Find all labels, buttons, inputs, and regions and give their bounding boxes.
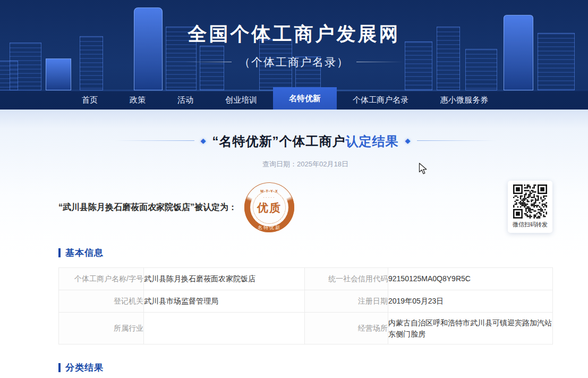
section-classification-title: 分类结果 [65, 362, 104, 374]
cell-value: 92150125MA0Q8Y9R5C [388, 268, 553, 290]
nav-item-activity[interactable]: 活动 [161, 90, 209, 110]
cell-label: 个体工商户名称/字号 [59, 268, 144, 290]
page: 全国个体工商户发展网 （个体工商户名录） 首页 政策 活动 创业培训 名特优新 … [0, 0, 588, 378]
building-graphic [134, 7, 163, 90]
section-basic-info-title: 基本信息 [65, 247, 104, 259]
query-date: 查询日期：2025年02月18日 [58, 159, 552, 169]
cell-value [144, 313, 305, 345]
seal-center-text: 优质 [244, 200, 294, 215]
section-basic-info: 基本信息 [58, 247, 552, 259]
nav-item-voucher[interactable]: 惠小微服务券 [424, 90, 504, 110]
diamond-icon: ◆ [201, 137, 206, 145]
cell-value: 武川县市场监督管理局 [144, 290, 305, 313]
result-title: ◆“名特优新”个体工商户认定结果◆ [58, 110, 552, 150]
subtitle-line-right [356, 62, 403, 62]
nav-item-mtyx[interactable]: 名特优新 [273, 87, 337, 110]
certification-row: “武川县陈月换石磨莜面农家院饭店”被认定为： M·T·Y·X ····· 优质 … [58, 181, 552, 234]
section-bar [58, 363, 61, 372]
query-date-label: 查询日期： [262, 160, 297, 168]
nav-item-home[interactable]: 首页 [66, 90, 114, 110]
query-date-value: 2025年02月18日 [297, 160, 348, 168]
nav-item-directory[interactable]: 个体工商户名录 [337, 90, 424, 110]
result-title-accent: 认定结果 [346, 134, 399, 148]
cell-value: 2019年05月23日 [388, 290, 553, 313]
qr-code [513, 184, 547, 219]
site-banner: 全国个体工商户发展网 （个体工商户名录） 首页 政策 活动 创业培训 名特优新 … [0, 0, 588, 110]
seal-top-text: M·T·Y·X [244, 189, 294, 193]
table-row: 登记机关 武川县市场监督管理局 注册日期 2019年05月23日 [59, 290, 553, 313]
cell-label: 注册日期 [305, 290, 388, 313]
nav-item-policy[interactable]: 政策 [114, 90, 161, 110]
diamond-icon: ◆ [405, 137, 411, 145]
cell-label: 经营场所 [305, 313, 388, 345]
site-subtitle: （个体工商户名录） [0, 55, 588, 70]
title-line-left [115, 140, 194, 141]
section-bar [58, 248, 61, 257]
main-content: ◆“名特优新”个体工商户认定结果◆ 查询日期：2025年02月18日 “武川县陈… [0, 110, 588, 378]
section-classification: 分类结果 [58, 362, 552, 374]
wechat-qr-card[interactable]: 微信扫码转发 [508, 181, 552, 233]
main-nav: 首页 政策 活动 创业培训 名特优新 个体工商户名录 惠小微服务券 [0, 90, 588, 110]
quality-seal-badge: M·T·Y·X ····· 优质 名特优新 [244, 182, 294, 232]
cell-label: 登记机关 [59, 290, 144, 313]
qr-caption: 微信扫码转发 [508, 221, 552, 229]
site-title: 全国个体工商户发展网 [0, 21, 588, 47]
result-title-main: “名特优新”个体工商户 [212, 134, 346, 148]
seal-bottom-text: 名特优新 [244, 224, 294, 231]
cell-value: 内蒙古自治区呼和浩特市武川县可镇迎宾路加汽站东侧门脸房 [388, 313, 553, 345]
cell-label: 所属行业 [59, 313, 144, 345]
certification-statement: “武川县陈月换石磨莜面农家院饭店”被认定为： [58, 202, 237, 213]
basic-info-table: 个体工商户名称/字号 武川县陈月换石磨莜面农家院饭店 统一社会信用代码 9215… [58, 267, 553, 345]
nav-item-training[interactable]: 创业培训 [209, 90, 273, 110]
site-subtitle-text: （个体工商户名录） [239, 56, 349, 68]
cell-value: 武川县陈月换石磨莜面农家院饭店 [144, 268, 305, 290]
table-row: 个体工商户名称/字号 武川县陈月换石磨莜面农家院饭店 统一社会信用代码 9215… [59, 268, 553, 290]
cell-label: 统一社会信用代码 [305, 268, 388, 290]
seal-stars: ····· [244, 196, 294, 199]
title-line-right [417, 140, 497, 141]
table-row: 所属行业 经营场所 内蒙古自治区呼和浩特市武川县可镇迎宾路加汽站东侧门脸房 [59, 313, 553, 345]
subtitle-line-left [185, 62, 232, 62]
